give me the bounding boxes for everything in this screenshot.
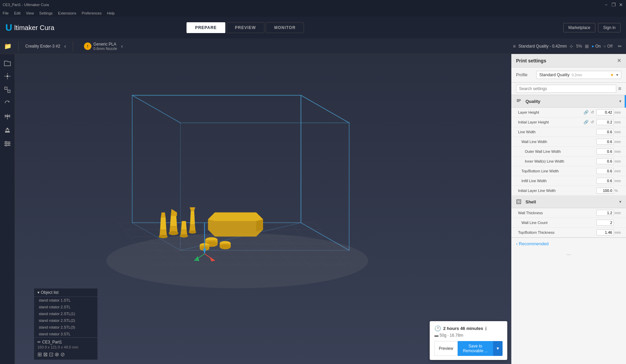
list-item[interactable]: stand rotator 1.STL	[34, 297, 97, 304]
wall-line-width-input[interactable]	[596, 139, 614, 145]
settings-menu-icon[interactable]: ≡	[618, 86, 621, 92]
list-item[interactable]: stand rotator 2.STL(1)	[34, 310, 97, 317]
initial-layer-height-link-icon[interactable]: 🔗	[583, 119, 589, 125]
menu-file[interactable]: File	[3, 11, 9, 15]
top-bottom-thickness-input[interactable]	[596, 229, 614, 235]
sidebar-tool-mirror[interactable]	[1, 111, 13, 123]
sidebar-tool-rotate[interactable]	[1, 97, 13, 109]
list-item[interactable]: stand rotator 2.STL(3)	[34, 324, 97, 331]
line-width-value: mm	[596, 129, 621, 135]
outer-wall-line-width-input[interactable]	[596, 148, 614, 155]
menu-settings[interactable]: Settings	[39, 11, 53, 15]
wall-thickness-input[interactable]	[596, 210, 614, 216]
layer-height-icons: 🔗 ↺	[583, 110, 595, 115]
inner-wall-line-width-input[interactable]	[596, 158, 614, 164]
quality-icon: ≡	[513, 44, 516, 49]
signin-button[interactable]: Sign in	[598, 23, 621, 32]
tab-preview[interactable]: PREVIEW	[227, 22, 264, 33]
clock-icon: 🕐	[434, 325, 441, 332]
wall-line-count-input[interactable]	[596, 220, 614, 226]
tab-prepare[interactable]: PREPARE	[187, 22, 225, 33]
marketplace-button[interactable]: Marketplace	[563, 23, 595, 32]
menu-edit[interactable]: Edit	[14, 11, 21, 15]
quality-section-header[interactable]: Quality ▾	[511, 95, 626, 108]
tool-delete-icon[interactable]: ⊘	[60, 351, 65, 358]
layer-height-link-icon[interactable]: 🔗	[583, 110, 589, 115]
line-width-input[interactable]	[596, 129, 614, 135]
menu-preferences[interactable]: Preferences	[82, 11, 102, 15]
chevron-left-icon: ‹	[516, 241, 517, 246]
svg-point-64	[159, 235, 168, 238]
open-folder-icon[interactable]: 📁	[4, 43, 11, 50]
on-icon: ●	[592, 44, 594, 49]
edit-icon: ✏	[37, 340, 41, 344]
layer-height-reset-icon[interactable]: ↺	[590, 110, 595, 115]
svg-marker-59	[181, 221, 187, 230]
outer-wall-line-width-row: Outer Wall Line Width mm	[511, 147, 626, 157]
on-button[interactable]: ● On	[592, 44, 601, 49]
recommended-button[interactable]: ‹ Recommended	[516, 241, 549, 246]
material-section: ! Generic PLA 0.6mm Nozzle	[84, 42, 117, 51]
outer-wall-line-width-unit: mm	[615, 149, 621, 153]
print-settings-content[interactable]: Quality ▾ Layer Height 🔗 ↺ mm Init	[511, 95, 626, 364]
sidebar-tool-scale[interactable]	[1, 84, 13, 96]
print-settings-close-button[interactable]: ✕	[617, 57, 621, 64]
list-item[interactable]: stand rotator 2.STL(2)	[34, 317, 97, 324]
tab-monitor[interactable]: MONITOR	[266, 22, 304, 33]
initial-layer-height-reset-icon[interactable]: ↺	[590, 119, 595, 125]
restore-button[interactable]: ❐	[611, 2, 616, 7]
preview-button[interactable]: Preview	[434, 341, 458, 356]
menu-extensions[interactable]: Extensions	[58, 11, 76, 15]
menu-view[interactable]: View	[26, 11, 34, 15]
initial-layer-line-width-input[interactable]	[596, 188, 614, 194]
profile-star-icon[interactable]: ★	[610, 73, 614, 77]
shell-section-header[interactable]: Shell ▾	[511, 196, 626, 208]
material-text: Generic PLA 0.6mm Nozzle	[93, 42, 117, 51]
svg-rect-1	[5, 87, 7, 89]
close-button[interactable]: ✕	[619, 2, 623, 7]
infill-line-width-value: mm	[596, 178, 621, 184]
layer-height-unit: mm	[615, 110, 621, 114]
initial-layer-height-input[interactable]	[596, 119, 614, 125]
save-to-removable-button[interactable]: Save to Removable ...	[458, 341, 493, 356]
minimize-button[interactable]: −	[604, 2, 608, 7]
material-bar-icon: ▬	[434, 333, 438, 338]
off-button[interactable]: ○ Off	[603, 44, 613, 49]
profile-select[interactable]: Standard Quality 0.2mm ★ ▾	[536, 71, 621, 79]
viewport[interactable]: ▾ Object list stand rotator 1.STL stand …	[15, 54, 511, 364]
infill-line-width-row: Infill Line Width mm	[511, 176, 626, 186]
svg-point-57	[169, 231, 178, 235]
object-list-header[interactable]: ▾ Object list	[34, 288, 97, 297]
material-prev-button[interactable]: ‹	[121, 43, 123, 49]
search-input[interactable]	[516, 85, 616, 93]
device-prev-button[interactable]: ‹	[64, 43, 66, 49]
svg-marker-14	[132, 95, 349, 123]
list-item[interactable]: stand rotator 2.STL	[34, 304, 97, 310]
info-icon[interactable]: ℹ	[485, 326, 487, 331]
save-dropdown-arrow[interactable]: ▼	[493, 341, 503, 356]
tool-clone-icon[interactable]: ⊡	[49, 351, 53, 358]
sidebar-tool-move[interactable]	[1, 70, 13, 82]
tool-arrange-icon[interactable]: ⊠	[43, 351, 48, 358]
list-item[interactable]: stand rotator 3.STL	[34, 331, 97, 337]
menu-help[interactable]: Help	[107, 11, 115, 15]
infill-line-width-input[interactable]	[596, 178, 614, 184]
svg-point-9	[5, 141, 7, 143]
svg-point-60	[180, 234, 188, 237]
chevron-down-icon: ▾	[37, 290, 39, 295]
initial-layer-line-width-value: %	[596, 188, 621, 194]
sidebar-tool-settings[interactable]	[1, 138, 13, 150]
sidebar-tool-support[interactable]	[1, 124, 13, 136]
sidebar-tool-open[interactable]	[1, 57, 13, 69]
wall-thickness-row: Wall Thickness mm	[511, 208, 626, 218]
tool-copy-icon[interactable]: ⊞	[37, 351, 42, 358]
divider2	[73, 41, 73, 51]
wall-line-count-label: Wall Line Count	[521, 221, 596, 225]
tool-merge-icon[interactable]: ⊗	[55, 351, 59, 358]
print-settings-title: Print settings	[516, 58, 546, 63]
edit-settings-icon[interactable]: ✏	[618, 44, 622, 49]
layer-height-input[interactable]	[596, 109, 614, 115]
inner-wall-line-width-unit: mm	[615, 159, 621, 163]
shell-section-title: Shell	[525, 199, 619, 204]
top-bottom-line-width-input[interactable]	[596, 168, 614, 174]
